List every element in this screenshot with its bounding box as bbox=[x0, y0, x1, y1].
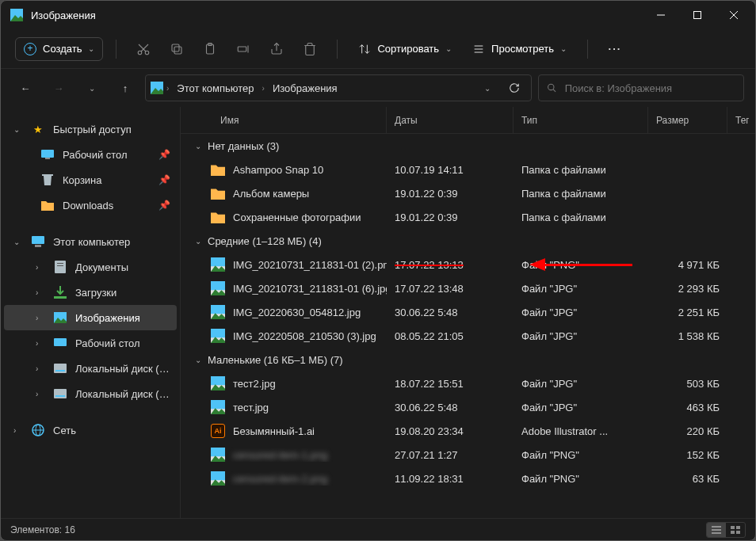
file-type: Файл "JPG" bbox=[514, 330, 648, 342]
file-row[interactable]: IMG_20210731_211831-01 (6).jpg17.07.22 1… bbox=[181, 276, 755, 300]
sidebar-item-this-pc[interactable]: ⌄ Этот компьютер bbox=[4, 229, 177, 254]
file-name: IMG_20210731_211831-01 (6).jpg bbox=[233, 283, 387, 295]
toolbar: + Создать ⌄ Сортировать ⌄ Просмотреть ⌄ … bbox=[1, 29, 755, 69]
column-type[interactable]: Тип bbox=[514, 107, 648, 133]
sidebar: ⌄ ★ Быстрый доступ Рабочий стол 📌 Корзин… bbox=[1, 107, 181, 518]
recent-button[interactable]: ⌄ bbox=[78, 74, 105, 101]
minimize-button[interactable] bbox=[643, 2, 679, 28]
breadcrumb-seg-thispc[interactable]: Этот компьютер bbox=[172, 79, 258, 97]
sidebar-item-trash[interactable]: Корзина 📌 bbox=[4, 167, 177, 192]
back-button[interactable]: ← bbox=[12, 74, 39, 101]
file-row[interactable]: IMG_20220508_210530 (3).jpg08.05.22 21:0… bbox=[181, 324, 755, 348]
more-button[interactable]: ··· bbox=[601, 35, 629, 63]
svg-rect-34 bbox=[54, 296, 67, 299]
chevron-down-icon[interactable]: ⌄ bbox=[195, 356, 201, 364]
new-button[interactable]: + Создать ⌄ bbox=[15, 37, 103, 61]
forward-button[interactable]: → bbox=[45, 74, 72, 101]
svg-rect-38 bbox=[54, 364, 67, 373]
group-title: Средние (1–128 МБ) (4) bbox=[208, 235, 322, 247]
address-bar[interactable]: › Этот компьютер › Изображения ⌄ bbox=[145, 74, 532, 101]
column-name[interactable]: Имя bbox=[181, 107, 387, 133]
column-size[interactable]: Размер bbox=[648, 107, 727, 133]
share-button[interactable] bbox=[262, 35, 291, 63]
svg-rect-72 bbox=[731, 526, 735, 529]
group-header[interactable]: ⌄Средние (1–128 МБ) (4) bbox=[181, 229, 755, 253]
sort-button[interactable]: Сортировать ⌄ bbox=[350, 38, 460, 60]
sidebar-item-downloads[interactable]: Downloads 📌 bbox=[4, 192, 177, 218]
view-details-icon[interactable] bbox=[707, 523, 726, 537]
svg-rect-39 bbox=[55, 370, 65, 371]
rename-button[interactable] bbox=[229, 35, 258, 63]
column-tags[interactable]: Теги bbox=[727, 107, 749, 133]
up-button[interactable]: ↑ bbox=[112, 74, 139, 101]
view-label: Просмотреть bbox=[491, 43, 554, 55]
chevron-right-icon[interactable]: › bbox=[36, 364, 45, 373]
file-name: Альбом камеры bbox=[233, 188, 309, 200]
sidebar-item-documents[interactable]: › Документы bbox=[4, 254, 177, 280]
file-row[interactable]: тест.jpg30.06.22 5:48Файл "JPG"463 КБ bbox=[181, 395, 755, 419]
sidebar-item-disk-d[interactable]: › Локальный диск (D:) bbox=[4, 381, 177, 406]
file-date: 18.07.22 15:51 bbox=[387, 378, 514, 390]
file-row[interactable]: AiБезымянный-1.ai19.08.20 23:34Adobe Ill… bbox=[181, 419, 755, 443]
sidebar-item-desktop2[interactable]: › Рабочий стол bbox=[4, 330, 177, 356]
chevron-down-icon[interactable]: ⌄ bbox=[13, 125, 23, 134]
svg-rect-26 bbox=[41, 150, 54, 158]
file-date: 19.08.20 23:34 bbox=[387, 425, 514, 437]
chevron-down-icon[interactable]: ⌄ bbox=[195, 237, 201, 246]
chevron-down-icon[interactable]: ⌄ bbox=[13, 238, 23, 246]
group-title: Маленькие (16 КБ–1 МБ) (7) bbox=[208, 354, 343, 366]
refresh-button[interactable] bbox=[502, 76, 526, 100]
sidebar-item-images[interactable]: › Изображения bbox=[4, 305, 177, 330]
file-size: 2 293 КБ bbox=[648, 283, 727, 295]
sidebar-item-desktop[interactable]: Рабочий стол 📌 bbox=[4, 142, 177, 167]
chevron-right-icon[interactable]: › bbox=[36, 314, 45, 322]
group-header[interactable]: ⌄Нет данных (3) bbox=[181, 134, 755, 158]
file-date: 27.07.21 1:27 bbox=[387, 449, 514, 461]
file-row[interactable]: Альбом камеры19.01.22 0:39Папка с файлам… bbox=[181, 181, 755, 205]
chevron-right-icon[interactable]: › bbox=[166, 84, 169, 93]
chevron-right-icon[interactable]: › bbox=[36, 390, 45, 398]
chevron-down-icon: ⌄ bbox=[88, 44, 94, 53]
file-row[interactable]: Сохраненные фотографии19.01.22 0:39Папка… bbox=[181, 205, 755, 229]
file-row[interactable]: тест2.jpg18.07.22 15:51Файл "JPG"503 КБ bbox=[181, 371, 755, 395]
file-type: Папка с файлами bbox=[514, 188, 648, 200]
copy-button[interactable] bbox=[162, 35, 191, 63]
file-row[interactable]: censored-item-2.png11.09.22 18:31Файл "P… bbox=[181, 467, 755, 490]
statusbar: Элементов: 16 bbox=[1, 518, 755, 540]
paste-button[interactable] bbox=[196, 35, 224, 63]
address-dropdown[interactable]: ⌄ bbox=[475, 76, 499, 100]
file-date: 17.07.22 13:13 bbox=[387, 259, 514, 271]
maximize-button[interactable] bbox=[679, 2, 716, 28]
breadcrumb-seg-images[interactable]: Изображения bbox=[268, 79, 342, 97]
titlebar[interactable]: Изображения bbox=[1, 1, 755, 29]
file-row[interactable]: IMG_20210731_211831-01 (2).png17.07.22 1… bbox=[181, 253, 755, 276]
group-header[interactable]: ⌄Маленькие (16 КБ–1 МБ) (7) bbox=[181, 348, 755, 371]
chevron-right-icon[interactable]: › bbox=[262, 84, 265, 93]
search-input[interactable] bbox=[565, 82, 735, 94]
sidebar-item-downloads2[interactable]: › Загрузки bbox=[4, 280, 177, 305]
file-row[interactable]: IMG_20220630_054812.jpg30.06.22 5:48Файл… bbox=[181, 300, 755, 324]
desktop-icon bbox=[53, 338, 67, 348]
cut-button[interactable] bbox=[129, 35, 158, 63]
chevron-right-icon[interactable]: › bbox=[36, 339, 45, 348]
column-date[interactable]: Даты bbox=[387, 107, 514, 133]
chevron-right-icon[interactable]: › bbox=[36, 288, 45, 297]
delete-button[interactable] bbox=[296, 35, 324, 63]
svg-rect-41 bbox=[55, 395, 65, 397]
file-type: Файл "JPG" bbox=[514, 402, 648, 413]
chevron-right-icon[interactable]: › bbox=[36, 263, 45, 272]
file-row[interactable]: censored-item-1.png27.07.21 1:27Файл "PN… bbox=[181, 443, 755, 467]
chevron-right-icon[interactable]: › bbox=[13, 426, 23, 435]
sidebar-item-disk-c[interactable]: › Локальный диск (C:) bbox=[4, 356, 177, 381]
search-box[interactable] bbox=[538, 74, 744, 101]
close-button[interactable] bbox=[716, 2, 752, 28]
chevron-down-icon[interactable]: ⌄ bbox=[195, 142, 201, 150]
sidebar-item-quick-access[interactable]: ⌄ ★ Быстрый доступ bbox=[4, 116, 177, 142]
view-thumbnails-icon[interactable] bbox=[726, 523, 745, 537]
view-toggle[interactable] bbox=[706, 522, 746, 538]
file-list[interactable]: ⌄Нет данных (3)Ashampoo Snap 1010.07.19 … bbox=[181, 134, 755, 518]
file-row[interactable]: Ashampoo Snap 1010.07.19 14:11Папка с фа… bbox=[181, 158, 755, 181]
sidebar-item-network[interactable]: › Сеть bbox=[4, 417, 177, 443]
file-name: Ashampoo Snap 10 bbox=[233, 164, 323, 176]
view-button[interactable]: Просмотреть ⌄ bbox=[464, 38, 575, 60]
